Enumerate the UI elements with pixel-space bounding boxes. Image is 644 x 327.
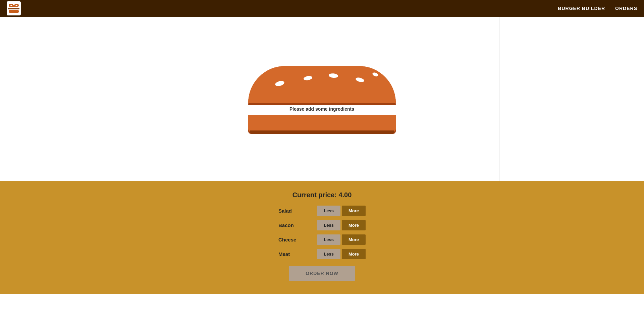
svg-rect-2 xyxy=(9,10,19,13)
meat-more-button[interactable]: More xyxy=(342,249,366,259)
bacon-label: Bacon xyxy=(278,222,299,228)
main-content: Please add some ingredients Current pric… xyxy=(0,17,644,294)
controls-panel: Current price: 4.00 Salad Less More Baco… xyxy=(0,181,644,294)
cheese-btn-group: Less More xyxy=(317,234,366,245)
sesame-seed-4 xyxy=(355,77,364,83)
ingredients-placeholder-text: Please add some ingredients xyxy=(289,106,354,112)
salad-label: Salad xyxy=(278,208,299,214)
burger-builder-link[interactable]: BURGER BUILDER xyxy=(558,6,605,11)
bacon-row: Bacon Less More xyxy=(278,220,366,230)
salad-less-button[interactable]: Less xyxy=(317,206,340,216)
meat-btn-group: Less More xyxy=(317,249,366,259)
sesame-seed-5 xyxy=(372,72,378,77)
navbar-links: BURGER BUILDER ORDERS xyxy=(558,6,637,11)
bacon-btn-group: Less More xyxy=(317,220,366,230)
bun-top xyxy=(248,66,396,103)
salad-more-button[interactable]: More xyxy=(342,206,366,216)
cheese-less-button[interactable]: Less xyxy=(317,234,340,245)
navbar: BURGER BUILDER ORDERS xyxy=(0,0,644,17)
sesame-seed-3 xyxy=(328,73,338,78)
bun-bottom xyxy=(248,115,396,132)
sesame-seed-2 xyxy=(303,75,313,81)
orders-link[interactable]: ORDERS xyxy=(615,6,637,11)
svg-rect-1 xyxy=(8,8,19,9)
meat-less-button[interactable]: Less xyxy=(317,249,340,259)
current-price: Current price: 4.00 xyxy=(292,191,352,199)
bacon-less-button[interactable]: Less xyxy=(317,220,340,230)
cheese-label: Cheese xyxy=(278,237,299,242)
app-logo[interactable] xyxy=(7,1,21,15)
cheese-row: Cheese Less More xyxy=(278,234,366,245)
meat-row: Meat Less More xyxy=(278,249,366,259)
sesame-seed-1 xyxy=(274,80,285,87)
salad-btn-group: Less More xyxy=(317,206,366,216)
burger-area-wrapper: Please add some ingredients xyxy=(0,17,644,181)
bacon-more-button[interactable]: More xyxy=(342,220,366,230)
burger-preview: Please add some ingredients xyxy=(144,17,500,181)
cheese-more-button[interactable]: More xyxy=(342,234,366,245)
ingredient-controls: Salad Less More Bacon Less More Cheese L… xyxy=(278,206,366,259)
order-now-button[interactable]: ORDER NOW xyxy=(289,266,355,281)
salad-row: Salad Less More xyxy=(278,206,366,216)
meat-label: Meat xyxy=(278,251,299,257)
